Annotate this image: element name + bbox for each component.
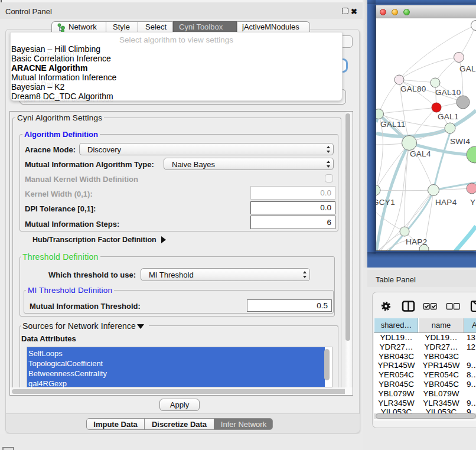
svg-text:GAL1: GAL1	[438, 112, 459, 121]
svg-text:HAP4: HAP4	[435, 198, 457, 207]
svg-text:GAL10: GAL10	[435, 88, 461, 97]
svg-text:Y: Y	[470, 198, 475, 207]
svg-text:HAP2: HAP2	[406, 237, 427, 246]
svg-text:SWI4: SWI4	[450, 137, 470, 146]
svg-text:GAL80: GAL80	[400, 84, 426, 93]
svg-text:GAL11: GAL11	[380, 120, 406, 129]
svg-text:GAL: GAL	[459, 64, 476, 73]
svg-text:GCY1: GCY1	[376, 198, 395, 207]
svg-text:GAL4: GAL4	[410, 149, 431, 158]
